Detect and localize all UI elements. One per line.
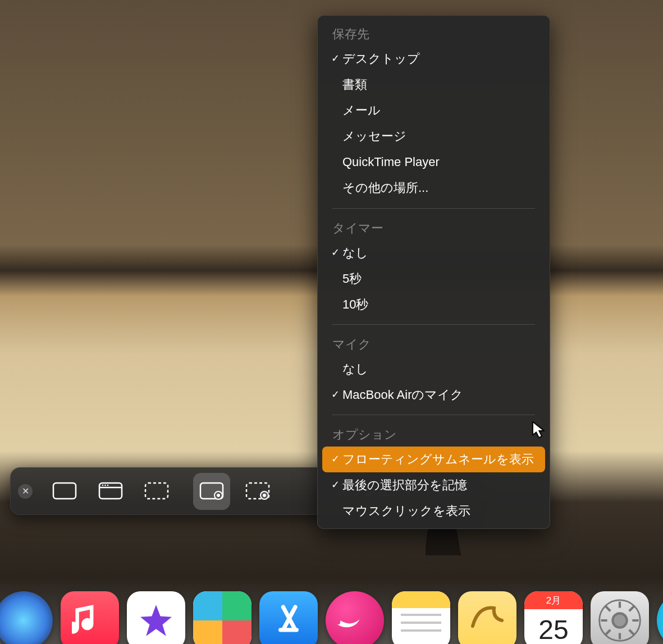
- dock: 2月 25: [0, 578, 663, 644]
- menu-item-label: QuickTime Player: [342, 153, 539, 172]
- cursor-icon: [532, 421, 546, 438]
- dock-item-generic[interactable]: [657, 591, 663, 644]
- record-selection-button[interactable]: [239, 473, 276, 510]
- selection-icon: [144, 481, 169, 502]
- menu-item-label: メッセージ: [342, 127, 539, 146]
- close-icon: ✕: [22, 486, 29, 496]
- menu-item[interactable]: ✓メール: [322, 98, 545, 123]
- menu-divider: [332, 208, 535, 209]
- menu-item[interactable]: ✓書類: [322, 72, 545, 98]
- dock-item-notes[interactable]: [392, 591, 450, 644]
- dock-item-settings[interactable]: [591, 591, 649, 644]
- menu-item-label: マウスクリックを表示: [342, 502, 539, 521]
- record-fullscreen-button[interactable]: [193, 473, 230, 510]
- menu-item-label: なし: [342, 243, 539, 263]
- dock-item-swift[interactable]: [326, 591, 384, 644]
- dock-item-stickies[interactable]: [458, 591, 516, 644]
- checkmark-icon: ✓: [328, 51, 342, 67]
- checkmark-icon: ✓: [328, 477, 342, 493]
- svg-point-14: [612, 613, 627, 627]
- calendar-month: 2月: [524, 591, 583, 609]
- menu-section-header: マイク: [322, 332, 545, 356]
- svg-point-12: [263, 494, 266, 497]
- dock-item-collage[interactable]: [193, 591, 252, 644]
- menu-item-label: 最後の選択部分を記憶: [342, 476, 539, 495]
- menu-item[interactable]: ✓10秒: [322, 292, 545, 318]
- menu-divider: [332, 415, 535, 415]
- menu-section-header: オプション: [322, 422, 545, 447]
- window-icon: [98, 481, 123, 502]
- fullscreen-icon: [52, 481, 77, 502]
- menu-item-label: メール: [342, 101, 539, 120]
- calendar-day: 25: [524, 609, 583, 644]
- capture-window-button[interactable]: [92, 473, 129, 510]
- menu-section-header: 保存先: [322, 21, 545, 46]
- svg-rect-0: [53, 483, 76, 499]
- menu-item-label: 5秒: [342, 269, 539, 288]
- menu-item[interactable]: ✓フローティングサムネールを表示: [322, 447, 545, 472]
- dock-item-appstore[interactable]: [259, 591, 318, 644]
- dock-item-imovie[interactable]: [127, 591, 185, 644]
- close-button[interactable]: ✕: [18, 484, 33, 499]
- menu-item[interactable]: ✓5秒: [322, 266, 545, 292]
- svg-point-9: [217, 494, 220, 497]
- menu-item[interactable]: ✓なし: [322, 356, 545, 382]
- checkmark-icon: ✓: [328, 245, 342, 261]
- menu-item-label: デスクトップ: [342, 49, 539, 68]
- menu-divider: [332, 324, 535, 325]
- menu-item[interactable]: ✓その他の場所...: [322, 175, 545, 201]
- menu-item[interactable]: ✓QuickTime Player: [322, 149, 545, 175]
- menu-item[interactable]: ✓MacBook Airのマイク: [322, 382, 545, 408]
- menu-item[interactable]: ✓最後の選択部分を記憶: [322, 472, 545, 498]
- menu-item-label: その他の場所...: [342, 178, 539, 197]
- menu-item[interactable]: ✓なし: [322, 240, 545, 266]
- menu-item-label: なし: [342, 360, 539, 379]
- menu-item-label: フローティングサムネールを表示: [342, 450, 539, 469]
- options-menu: 保存先✓デスクトップ✓書類✓メール✓メッセージ✓QuickTime Player…: [317, 15, 550, 529]
- capture-fullscreen-button[interactable]: [46, 473, 83, 510]
- menu-item[interactable]: ✓デスクトップ: [322, 46, 545, 72]
- checkmark-icon: ✓: [328, 387, 342, 403]
- svg-point-4: [104, 484, 106, 486]
- svg-rect-6: [145, 483, 168, 499]
- menu-item-label: MacBook Airのマイク: [342, 385, 539, 404]
- svg-point-5: [107, 484, 109, 486]
- record-fullscreen-icon: [199, 481, 224, 502]
- dock-item-siri[interactable]: [0, 591, 53, 644]
- svg-point-3: [102, 484, 104, 486]
- dock-item-calendar[interactable]: 2月 25: [524, 591, 583, 644]
- menu-item[interactable]: ✓メッセージ: [322, 123, 545, 149]
- menu-section-header: タイマー: [322, 215, 545, 240]
- capture-selection-button[interactable]: [138, 473, 175, 510]
- menu-item-label: 書類: [342, 75, 539, 94]
- menu-item-label: 10秒: [342, 295, 539, 314]
- record-selection-icon: [245, 481, 270, 502]
- checkmark-icon: ✓: [328, 452, 342, 467]
- dock-item-music[interactable]: [61, 591, 119, 644]
- menu-item[interactable]: ✓マウスクリックを表示: [322, 498, 545, 524]
